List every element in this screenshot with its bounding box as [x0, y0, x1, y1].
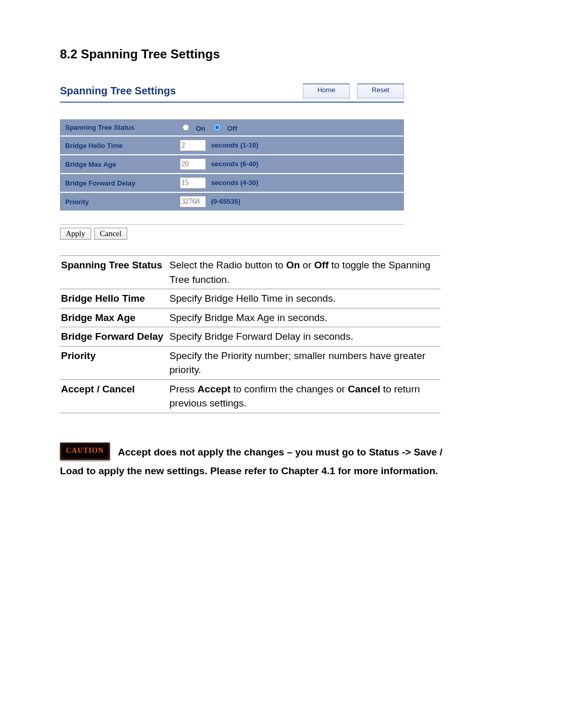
status-on-radio[interactable] [182, 124, 189, 131]
caution-text: Accept does not apply the changes – you … [60, 447, 443, 476]
desc-text: Specify the Priority number; smaller num… [168, 346, 440, 379]
panel-header: Spanning Tree Settings Home Reset [60, 83, 404, 103]
table-row: Bridge Max Age seconds (6-40) [60, 155, 404, 174]
cancel-button[interactable]: Cancel [94, 228, 128, 240]
description-table: Spanning Tree Status Select the Radio bu… [60, 255, 440, 413]
table-row: Bridge Forward Delay seconds (4-30) [60, 174, 404, 192]
desc-text: Specify Bridge Hello Time in seconds. [168, 289, 440, 309]
reset-button[interactable]: Reset [357, 83, 404, 98]
desc-term: Spanning Tree Status [60, 256, 168, 289]
desc-term: Priority [60, 346, 168, 379]
desc-term: Bridge Forward Delay [60, 327, 168, 347]
divider [60, 224, 404, 225]
desc-text: Select the Radio button to On or Off to … [168, 256, 440, 289]
row-label: Bridge Hello Time [60, 136, 175, 155]
table-row: Bridge Hello Time Specify Bridge Hello T… [60, 289, 440, 309]
table-row: Priority (0-65535) [60, 192, 404, 211]
row-label: Priority [60, 192, 175, 211]
apply-button[interactable]: Apply [60, 228, 91, 240]
maxage-input[interactable] [180, 158, 206, 170]
priority-input[interactable] [180, 196, 206, 207]
desc-term: Bridge Hello Time [60, 289, 168, 309]
row-label: Bridge Max Age [60, 155, 175, 174]
panel-title: Spanning Tree Settings [60, 85, 176, 97]
hello-input[interactable] [180, 140, 206, 151]
row-label: Spanning Tree Status [60, 119, 175, 136]
table-row: Spanning Tree Status On Off [60, 119, 404, 136]
settings-table: Spanning Tree Status On Off Bridge Hello… [60, 118, 404, 212]
table-row: Spanning Tree Status Select the Radio bu… [60, 256, 440, 289]
row-label: Bridge Forward Delay [60, 174, 175, 192]
settings-panel: Spanning Tree Settings Home Reset Spanni… [60, 83, 404, 240]
caution-block: CAUTION Accept does not apply the change… [60, 442, 446, 479]
maxage-suffix: seconds (6-40) [211, 160, 259, 168]
desc-text: Press Accept to confirm the changes or C… [168, 379, 440, 413]
status-off-radio[interactable] [214, 124, 221, 131]
desc-term: Accept / Cancel [60, 379, 168, 413]
section-number: 8.2 [60, 47, 77, 61]
status-off-label: Off [227, 125, 237, 132]
desc-text: Specify Bridge Max Age in seconds. [168, 308, 440, 327]
table-row: Bridge Hello Time seconds (1-10) [60, 136, 404, 155]
table-row: Accept / Cancel Press Accept to confirm … [60, 379, 440, 413]
status-on-label: On [196, 125, 205, 132]
desc-text: Specify Bridge Forward Delay in seconds. [168, 327, 440, 347]
desc-term: Bridge Max Age [60, 308, 168, 327]
fwd-suffix: seconds (4-30) [211, 179, 259, 187]
hello-suffix: seconds (1-10) [211, 141, 259, 149]
priority-suffix: (0-65535) [211, 198, 240, 205]
table-row: Bridge Forward Delay Specify Bridge Forw… [60, 327, 440, 347]
status-radio-group: On Off [180, 125, 241, 132]
section-title: 8.2 Spanning Tree Settings [60, 47, 503, 61]
fwd-input[interactable] [180, 177, 206, 189]
table-row: Bridge Max Age Specify Bridge Max Age in… [60, 308, 440, 327]
home-button[interactable]: Home [303, 83, 350, 98]
table-row: Priority Specify the Priority number; sm… [60, 346, 440, 379]
caution-badge-icon: CAUTION [60, 442, 110, 460]
section-name: Spanning Tree Settings [81, 47, 220, 61]
